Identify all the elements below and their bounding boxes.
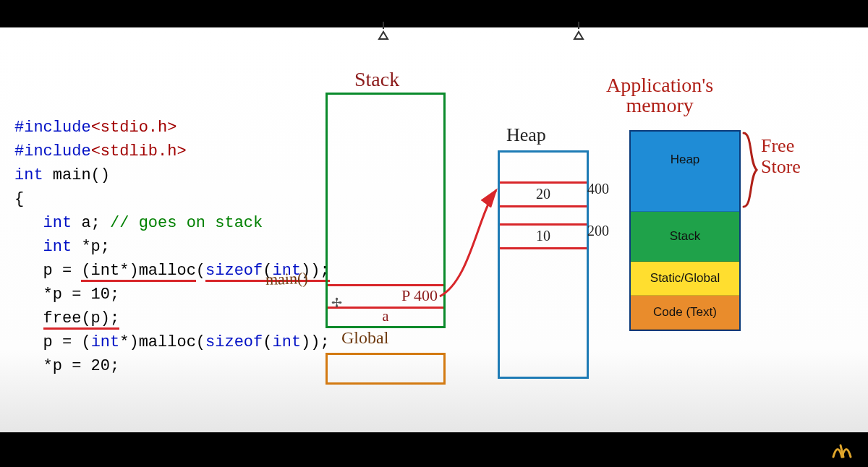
video-controls-bar[interactable] xyxy=(0,432,868,467)
free-store-line2: Store xyxy=(761,156,801,177)
code-token: *)malloc( xyxy=(119,333,205,351)
app-memory-title: Application's memory xyxy=(606,75,713,116)
brace-icon xyxy=(741,130,762,210)
global-label: Global xyxy=(341,328,388,348)
stack-box: P 400 a main() xyxy=(326,93,446,328)
code-token: int xyxy=(14,238,72,256)
code-token: *p = 10; xyxy=(14,286,119,304)
code-token: { xyxy=(14,190,24,208)
heap-cell-2: 10 xyxy=(500,223,587,249)
free-store-label: Free Store xyxy=(761,136,801,177)
code-token: #include xyxy=(14,119,91,137)
hanger-icon xyxy=(571,20,586,40)
segment-static: Static/Global xyxy=(631,262,739,296)
code-token: ( xyxy=(263,333,272,351)
segment-code: Code (Text) xyxy=(631,296,739,330)
heap-addr-2: 200 xyxy=(587,223,609,239)
code-underlined: sizeof xyxy=(205,262,263,282)
code-token: p = xyxy=(14,262,81,280)
app-memory-layout: Heap Stack Static/Global Code (Text) xyxy=(629,130,741,331)
code-comment: // goes on stack xyxy=(110,214,263,232)
stack-cell-a: a xyxy=(328,308,443,325)
main-frame-label: main() xyxy=(265,269,309,289)
code-token: )); xyxy=(301,333,330,351)
channel-logo-icon xyxy=(830,442,854,460)
app-title-line2: memory xyxy=(626,94,693,116)
code-token: *p = 20; xyxy=(14,357,119,375)
code-token: <stdlib.h> xyxy=(91,142,187,160)
code-token: sizeof xyxy=(205,333,263,351)
stack-label: Stack xyxy=(354,68,399,91)
code-token: a; xyxy=(72,214,110,232)
heap-cell-1: 20 xyxy=(500,181,587,207)
code-underlined: (int*)malloc xyxy=(81,262,195,282)
cursor-icon: ✢ xyxy=(331,295,342,311)
code-token: int xyxy=(14,166,43,184)
hanger-icon xyxy=(376,20,391,40)
code-block: #include<stdio.h> #include<stdlib.h> int… xyxy=(14,116,330,378)
code-token: int xyxy=(91,333,120,351)
code-token: int xyxy=(272,333,301,351)
code-token: #include xyxy=(14,142,91,160)
free-store-line1: Free xyxy=(761,135,794,156)
heap-label: Heap xyxy=(506,124,546,146)
heap-addr-1: 400 xyxy=(587,181,609,197)
code-token xyxy=(14,309,43,327)
stack-cell-p: P 400 xyxy=(328,284,443,309)
code-token: *p; xyxy=(72,238,110,256)
video-top-bar xyxy=(0,0,868,27)
app-title-line1: Application's xyxy=(606,74,713,96)
heap-box: 20 10 xyxy=(498,150,589,379)
code-underlined: free(p); xyxy=(43,309,120,330)
slide-canvas: #include<stdio.h> #include<stdlib.h> int… xyxy=(0,27,868,432)
segment-heap: Heap xyxy=(631,132,739,212)
code-token: <stdio.h> xyxy=(91,119,177,137)
code-token: p = ( xyxy=(14,333,91,351)
global-box xyxy=(326,353,446,385)
code-token: int xyxy=(14,214,72,232)
segment-stack: Stack xyxy=(631,212,739,262)
code-token: main() xyxy=(43,166,110,184)
code-token: ( xyxy=(196,262,205,280)
